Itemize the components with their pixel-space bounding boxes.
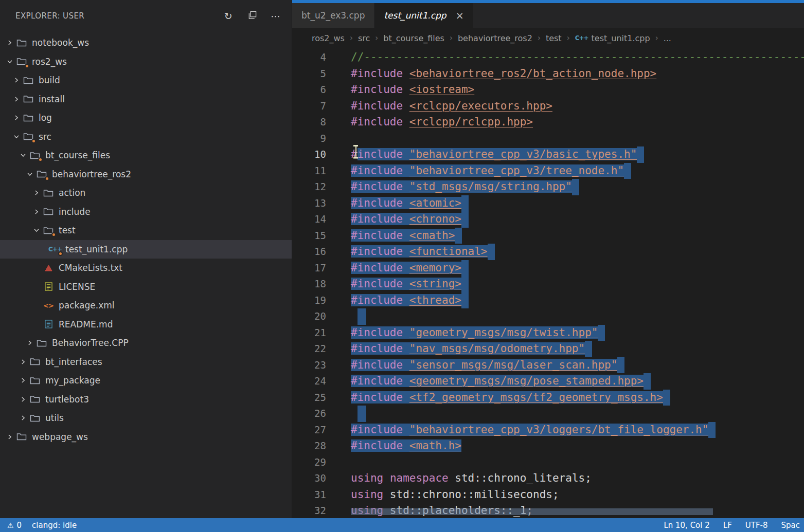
line-number[interactable]: 22 — [292, 341, 326, 357]
breadcrumb-item-test-unit1-cpp[interactable]: C++test_unit1.cpp — [575, 33, 650, 43]
tab-test-unit1-cpp[interactable]: test_unit1.cpp× — [374, 3, 473, 28]
code-line-23[interactable]: 23#include "sensor_msgs/msg/laser_scan.h… — [292, 357, 804, 374]
tree-item-my-package[interactable]: my_package — [0, 371, 292, 390]
line-number[interactable]: 28 — [292, 438, 326, 454]
line-number[interactable]: 24 — [292, 373, 326, 390]
code-line-17[interactable]: 17#include <memory> — [292, 260, 804, 277]
line-number[interactable]: 18 — [292, 276, 326, 292]
line-number[interactable]: 21 — [292, 325, 326, 341]
tree-item-bt-course-files[interactable]: bt_course_files — [0, 146, 292, 165]
horizontal-scrollbar[interactable] — [351, 508, 713, 515]
line-number[interactable]: 12 — [292, 179, 326, 195]
line-number[interactable]: 25 — [292, 390, 326, 406]
line-number[interactable]: 27 — [292, 422, 326, 438]
line-number[interactable]: 23 — [292, 357, 326, 374]
code-line-20[interactable]: 20 — [292, 308, 804, 325]
tree-item-bt-interfaces[interactable]: bt_interfaces — [0, 353, 292, 372]
line-number[interactable]: 6 — [292, 82, 326, 98]
line-number[interactable]: 7 — [292, 98, 326, 115]
code-line-28[interactable]: 28#include <math.h> — [292, 438, 804, 454]
tree-item-turtlebot3[interactable]: turtlebot3 — [0, 390, 292, 409]
tree-item-ros2-ws[interactable]: ros2_ws — [0, 52, 292, 71]
status-lf[interactable]: LF — [723, 521, 732, 530]
tree-item-include[interactable]: include — [0, 203, 292, 222]
code-line-10[interactable]: 10#include "behaviortree_cpp_v3/basic_ty… — [292, 146, 804, 163]
code-line-16[interactable]: 16#include <functional> — [292, 244, 804, 260]
line-number[interactable]: 31 — [292, 487, 326, 503]
line-number[interactable]: 29 — [292, 454, 326, 471]
editor-code[interactable]: 4//-------------------------------------… — [292, 48, 804, 518]
line-number[interactable]: 15 — [292, 228, 326, 244]
tree-item-package-xml[interactable]: <>package.xml — [0, 296, 292, 315]
breadcrumb-item-ros2-ws[interactable]: ros2_ws — [312, 33, 345, 43]
line-number[interactable]: 19 — [292, 292, 326, 309]
line-number[interactable]: 16 — [292, 244, 326, 260]
code-line-31[interactable]: 31using std::chrono::milliseconds; — [292, 487, 804, 503]
code-line-14[interactable]: 14#include <chrono> — [292, 211, 804, 228]
tree-item-notebook-ws[interactable]: notebook_ws — [0, 33, 292, 52]
breadcrumb-item-[interactable]: ... — [664, 33, 671, 43]
tree-item-readme-md[interactable]: README.md — [0, 315, 292, 334]
code-line-15[interactable]: 15#include <cmath> — [292, 228, 804, 244]
refresh-explorer-icon[interactable]: ↻ — [223, 11, 234, 21]
code-line-26[interactable]: 26 — [292, 406, 804, 422]
line-number[interactable]: 4 — [292, 49, 326, 66]
code-line-22[interactable]: 22#include "nav_msgs/msg/odometry.hpp" — [292, 341, 804, 357]
more-actions-icon[interactable]: ⋯ — [270, 11, 281, 21]
code-line-21[interactable]: 21#include "geometry_msgs/msg/twist.hpp" — [292, 325, 804, 341]
collapse-folders-icon[interactable] — [246, 11, 258, 21]
tree-item-test-unit1-cpp[interactable]: C++test_unit1.cpp — [0, 240, 292, 259]
tree-item-utils[interactable]: utils — [0, 409, 292, 428]
clangd-status[interactable]: clangd: idle — [32, 521, 77, 530]
code-line-25[interactable]: 25#include <tf2_geometry_msgs/tf2_geomet… — [292, 390, 804, 406]
close-tab-icon[interactable]: × — [456, 11, 464, 21]
line-number[interactable]: 10 — [292, 146, 326, 163]
line-number[interactable]: 11 — [292, 163, 326, 179]
line-number[interactable]: 30 — [292, 470, 326, 487]
code-line-27[interactable]: 27#include "behaviortree_cpp_v3/loggers/… — [292, 422, 804, 438]
code-line-6[interactable]: 6#include <iostream> — [292, 82, 804, 98]
code-line-8[interactable]: 8#include <rclcpp/rclcpp.hpp> — [292, 114, 804, 131]
breadcrumb-item-bt-course-files[interactable]: bt_course_files — [383, 33, 444, 43]
line-number[interactable]: 5 — [292, 66, 326, 82]
line-number[interactable]: 26 — [292, 406, 326, 422]
line-number[interactable]: 14 — [292, 211, 326, 228]
code-line-29[interactable]: 29 — [292, 454, 804, 471]
line-number[interactable]: 8 — [292, 114, 326, 131]
status-utf-8[interactable]: UTF-8 — [745, 521, 768, 530]
breadcrumb-item-behaviortree-ros2[interactable]: behaviortree_ros2 — [458, 33, 532, 43]
code-line-24[interactable]: 24#include <geometry_msgs/msg/pose_stamp… — [292, 373, 804, 390]
code-line-11[interactable]: 11#include "behaviortree_cpp_v3/tree_nod… — [292, 163, 804, 179]
tab-bt-u2-ex3-cpp[interactable]: bt_u2_ex3.cpp — [292, 3, 374, 28]
code-line-7[interactable]: 7#include <rclcpp/executors.hpp> — [292, 98, 804, 115]
tree-item-license[interactable]: LICENSE — [0, 278, 292, 297]
line-number[interactable]: 32 — [292, 503, 326, 518]
line-number[interactable]: 9 — [292, 131, 326, 147]
code-line-12[interactable]: 12#include "std_msgs/msg/string.hpp" — [292, 179, 804, 195]
status-ln-10-col-2[interactable]: Ln 10, Col 2 — [664, 521, 709, 530]
line-number[interactable]: 17 — [292, 260, 326, 277]
breadcrumb-item-src[interactable]: src — [358, 33, 370, 43]
tree-item-behaviortree-ros2[interactable]: behaviortree_ros2 — [0, 165, 292, 184]
line-number[interactable]: 13 — [292, 195, 326, 212]
code-line-4[interactable]: 4//-------------------------------------… — [292, 49, 804, 66]
code-line-5[interactable]: 5#include <behaviortree_ros2/bt_action_n… — [292, 66, 804, 82]
tree-item-action[interactable]: action — [0, 184, 292, 203]
status-spac[interactable]: Spac — [781, 521, 800, 530]
code-line-13[interactable]: 13#include <atomic> — [292, 195, 804, 212]
problems-indicator[interactable]: ⚠ 0 — [7, 521, 22, 530]
code-line-30[interactable]: 30using namespace std::chrono_literals; — [292, 470, 804, 487]
code-line-19[interactable]: 19#include <thread> — [292, 292, 804, 309]
tree-item-src[interactable]: src — [0, 127, 292, 146]
tree-item-test[interactable]: test — [0, 221, 292, 240]
code-line-9[interactable]: 9 — [292, 131, 804, 147]
breadcrumb-item-test[interactable]: test — [546, 33, 562, 43]
tree-item-cmakelists-txt[interactable]: CMakeLists.txt — [0, 259, 292, 278]
line-number[interactable]: 20 — [292, 308, 326, 325]
tree-item-install[interactable]: install — [0, 90, 292, 109]
code-line-18[interactable]: 18#include <string> — [292, 276, 804, 292]
tree-item-webpage-ws[interactable]: webpage_ws — [0, 428, 292, 447]
tree-item-build[interactable]: build — [0, 71, 292, 90]
tree-item-behaviortree-cpp[interactable]: BehaviorTree.CPP — [0, 334, 292, 353]
tree-item-log[interactable]: log — [0, 108, 292, 127]
